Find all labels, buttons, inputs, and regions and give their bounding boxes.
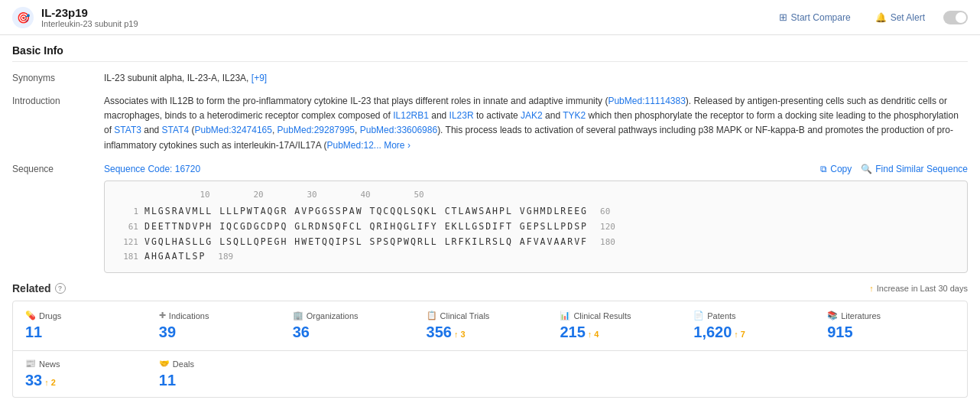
ruler-10: 10 (178, 189, 232, 202)
clinical-trials-delta: 3 (460, 330, 465, 339)
seq-end-2: 120 (600, 220, 615, 235)
stat-patents-label: 📄 Patents (693, 311, 821, 320)
seq-end-1: 60 (600, 205, 610, 220)
stat-indications[interactable]: ✚ Indications 39 (159, 311, 287, 341)
seq-num-4: 181 (117, 250, 138, 265)
sequence-line-3: 121 VGQLHASLLG LSQLLQPEGH HWETQQIPSL SPS… (117, 235, 955, 250)
seq-end-3: 180 (600, 236, 615, 250)
stat-patents-value: 1,620 ↑ 7 (693, 324, 821, 341)
stat-drugs-label: 💊 Drugs (25, 311, 153, 320)
tyk2-link[interactable]: TYK2 (563, 110, 586, 121)
clinical-trials-icon: 📋 (427, 311, 437, 320)
seq-text-3: VGQLHASLLG LSQLLQPEGH HWETQQIPSL SPSQPWQ… (144, 235, 588, 250)
increase-arrow-icon: ↑ (869, 284, 874, 293)
sequence-value: Sequence Code: 16720 ⧉ Copy 🔍 Find Simil… (104, 162, 968, 273)
clinical-results-icon: 📊 (560, 311, 570, 320)
seq-end-4: 189 (218, 250, 233, 265)
seq-text-4: AHGAATLSP (144, 249, 206, 265)
stat-deals[interactable]: 🤝 Deals 11 (159, 359, 287, 389)
pubmed-32474165-link[interactable]: PubMed:32474165 (195, 125, 272, 135)
set-alert-button[interactable]: 🔔 Set Alert (869, 9, 931, 26)
stats-grid-row2: 📰 News 33 ↑ 2 🤝 Deals 11 (12, 351, 968, 398)
sequence-code-link[interactable]: Sequence Code: 16720 (104, 162, 200, 176)
stat3-link[interactable]: STAT3 (114, 125, 141, 135)
sequence-line-1: 1 MLGSRAVMLL LLLPWTAQGR AVPGGSSPAW TQCQQ… (117, 204, 955, 220)
find-similar-button[interactable]: 🔍 Find Similar Sequence (861, 164, 968, 174)
sequence-header: Sequence Code: 16720 ⧉ Copy 🔍 Find Simil… (104, 162, 968, 176)
sequence-label: Sequence (12, 162, 104, 273)
stat4-link[interactable]: STAT4 (162, 125, 190, 135)
introduction-more-link[interactable]: More › (384, 140, 410, 151)
seq-text-1: MLGSRAVMLL LLLPWTAQGR AVPGGSSPAW TQCQQLS… (144, 204, 588, 220)
stat-clinical-trials[interactable]: 📋 Clinical Trials 356 ↑ 3 (427, 311, 554, 341)
stat-clinical-trials-label: 📋 Clinical Trials (427, 311, 554, 320)
stat-clinical-results-value: 215 ↑ 4 (560, 324, 687, 341)
stat-organizations[interactable]: 🏢 Organizations 36 (293, 311, 420, 341)
organizations-icon: 🏢 (293, 311, 303, 320)
stat-news[interactable]: 📰 News 33 ↑ 2 (25, 359, 153, 389)
stats-grid-row1: 💊 Drugs 11 ✚ Indications 39 (12, 301, 968, 351)
increase-label-text: Increase in Last 30 days (877, 284, 968, 293)
compare-icon: ⊞ (779, 11, 787, 23)
set-alert-label: Set Alert (891, 12, 925, 23)
find-similar-label: Find Similar Sequence (875, 164, 968, 174)
ruler-50: 50 (392, 189, 446, 202)
related-section: Related ? ↑ Increase in Last 30 days 💊 D… (12, 282, 968, 398)
header: 🎯 IL-23p19 Interleukin-23 subunit p19 ⊞ … (0, 0, 980, 35)
introduction-value: Associates with IL12B to form the pro-in… (104, 94, 968, 153)
start-compare-label: Start Compare (791, 12, 851, 23)
news-delta: 2 (51, 378, 56, 387)
pubmed-29287995-link[interactable]: PubMed:29287995 (277, 125, 355, 135)
clinical-results-delta: 4 (594, 330, 599, 339)
stat-deals-value: 11 (159, 372, 287, 389)
stat-clinical-results[interactable]: 📊 Clinical Results 215 ↑ 4 (560, 311, 687, 341)
clinical-trials-up-icon: ↑ (454, 330, 459, 339)
pubmed-11114383-link[interactable]: PubMed:11114383 (608, 96, 685, 106)
related-header: Related ? ↑ Increase in Last 30 days (12, 282, 968, 294)
stat-patents[interactable]: 📄 Patents 1,620 ↑ 7 (693, 311, 821, 341)
sequence-box: 10 20 30 40 50 1 MLGSRAVMLL LLLPWTAQGR A… (104, 180, 968, 273)
seq-num-3: 121 (117, 236, 138, 250)
clinical-results-up-icon: ↑ (588, 330, 592, 339)
ruler-20: 20 (232, 189, 285, 202)
pubmed-33606986-link[interactable]: PubMed:33606986 (360, 125, 437, 135)
indications-icon: ✚ (159, 311, 166, 320)
stat-clinical-trials-value: 356 ↑ 3 (427, 324, 554, 341)
stat-literatures-label: 📚 Literatures (827, 311, 955, 320)
copy-sequence-button[interactable]: ⧉ Copy (820, 164, 852, 174)
synonyms-text: IL-23 subunit alpha, IL-23-A, IL23A, (104, 73, 248, 83)
header-actions: ⊞ Start Compare 🔔 Set Alert (773, 8, 968, 26)
literatures-icon: 📚 (827, 311, 838, 320)
start-compare-button[interactable]: ⊞ Start Compare (773, 8, 857, 26)
stat-indications-label: ✚ Indications (159, 311, 287, 320)
introduction-row: Introduction Associates with IL12B to fo… (12, 94, 968, 153)
related-info-badge[interactable]: ? (55, 283, 66, 294)
copy-icon: ⧉ (820, 164, 827, 174)
patents-icon: 📄 (693, 311, 704, 320)
il12rb1-link[interactable]: IL12RB1 (393, 110, 429, 121)
synonyms-label: Synonyms (12, 71, 104, 85)
related-title: Related ? (12, 282, 66, 294)
header-info: IL-23p19 Interleukin-23 subunit p19 (41, 6, 138, 28)
sequence-actions: ⧉ Copy 🔍 Find Similar Sequence (820, 164, 968, 174)
jak2-link[interactable]: JAK2 (521, 110, 543, 121)
seq-num-2: 61 (117, 220, 138, 235)
basic-info-title: Basic Info (12, 44, 968, 62)
pubmed-12xx-link[interactable]: PubMed:12... (326, 140, 381, 151)
seq-num-1: 1 (117, 205, 138, 220)
drugs-icon: 💊 (25, 311, 36, 320)
synonyms-more-link[interactable]: [+9] (251, 73, 267, 83)
page-subtitle: Interleukin-23 subunit p19 (41, 19, 138, 28)
stat-drugs[interactable]: 💊 Drugs 11 (25, 311, 153, 341)
seq-text-2: DEETTNDVPH IQCGDGCDPQ GLRDNSQFCL QRIHQGL… (144, 220, 588, 235)
copy-label: Copy (830, 164, 852, 174)
synonyms-row: Synonyms IL-23 subunit alpha, IL-23-A, I… (12, 71, 968, 85)
alert-toggle[interactable] (943, 11, 968, 24)
stat-news-label: 📰 News (25, 359, 153, 369)
stat-literatures[interactable]: 📚 Literatures 915 (827, 311, 955, 341)
stat-deals-label: 🤝 Deals (159, 359, 287, 369)
sequence-row: Sequence Sequence Code: 16720 ⧉ Copy 🔍 F… (12, 162, 968, 273)
il23r-link[interactable]: IL23R (449, 110, 474, 121)
search-icon: 🔍 (861, 164, 872, 174)
alert-icon: 🔔 (875, 12, 887, 23)
